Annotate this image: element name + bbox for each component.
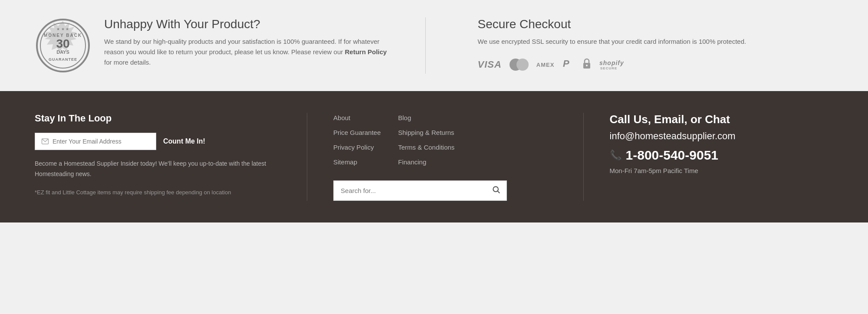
- envelope-icon: [41, 137, 49, 145]
- footer-nav: About Price Guarantee Privacy Policy Sit…: [333, 113, 557, 167]
- svg-text:shopify: shopify: [599, 59, 624, 66]
- amex-icon: AMEX: [536, 62, 555, 68]
- lock-icon: [582, 57, 592, 72]
- nav-shipping-returns[interactable]: Shipping & Returns: [398, 128, 454, 138]
- phone-row: 📞 1-800-540-9051: [610, 148, 833, 163]
- insider-description: Become a Homestead Supplier Insider toda…: [35, 159, 281, 180]
- phone-number: 1-800-540-9051: [626, 148, 719, 163]
- paypal-icon: P: [562, 57, 574, 72]
- svg-point-13: [493, 186, 498, 192]
- nav-terms-conditions[interactable]: Terms & Conditions: [398, 142, 454, 153]
- contact-email[interactable]: info@homesteadsupplier.com: [610, 131, 833, 142]
- return-policy-link[interactable]: Return Policy: [345, 48, 387, 56]
- guarantee-title: Unhappy With Your Product?: [104, 17, 391, 31]
- nav-col-right: Blog Shipping & Returns Terms & Conditio…: [398, 113, 454, 167]
- nav-about[interactable]: About: [333, 113, 381, 123]
- guarantee-description: We stand by our high-quality products an…: [104, 36, 391, 68]
- footer: Stay In The Loop Count Me In! Become a H…: [0, 91, 868, 222]
- secure-checkout-title: Secure Checkout: [478, 17, 834, 31]
- nav-sitemap[interactable]: Sitemap: [333, 157, 381, 167]
- svg-text:SECURE: SECURE: [600, 66, 617, 70]
- svg-text:30: 30: [56, 37, 69, 50]
- contact-title: Call Us, Email, or Chat: [610, 113, 833, 126]
- nav-privacy-policy[interactable]: Privacy Policy: [333, 142, 381, 153]
- svg-text:★ ★ ★: ★ ★ ★: [56, 27, 69, 31]
- business-hours: Mon-Fri 7am-5pm Pacific Time: [610, 167, 833, 174]
- svg-point-9: [586, 65, 588, 66]
- svg-text:P: P: [563, 58, 569, 69]
- top-section: MONEY BACK 30 DAYS GUARANTEE ★ ★ ★ Unhap…: [0, 0, 868, 91]
- guarantee-text: Unhappy With Your Product? We stand by o…: [104, 17, 391, 68]
- search-icon: [492, 185, 500, 194]
- visa-icon: VISA: [478, 59, 502, 70]
- payment-icons: VISA AMEX P shopify SECURE: [478, 57, 834, 72]
- search-input[interactable]: [334, 183, 486, 199]
- svg-line-14: [498, 191, 500, 193]
- contact-section: Call Us, Email, or Chat info@homesteadsu…: [584, 113, 833, 201]
- search-bar[interactable]: [333, 180, 507, 201]
- search-button[interactable]: [486, 181, 506, 200]
- svg-text:GUARANTEE: GUARANTEE: [49, 57, 77, 62]
- nav-financing[interactable]: Financing: [398, 157, 454, 167]
- email-signup-row: Count Me In!: [35, 133, 281, 150]
- nav-links-section: About Price Guarantee Privacy Policy Sit…: [307, 113, 583, 201]
- nav-blog[interactable]: Blog: [398, 113, 454, 123]
- nav-col-left: About Price Guarantee Privacy Policy Sit…: [333, 113, 381, 167]
- nav-price-guarantee[interactable]: Price Guarantee: [333, 128, 381, 138]
- guarantee-badge: MONEY BACK 30 DAYS GUARANTEE ★ ★ ★: [35, 17, 91, 74]
- mastercard-icon: [510, 59, 529, 71]
- newsletter-section: Stay In The Loop Count Me In! Become a H…: [35, 113, 307, 201]
- secure-checkout-section: Secure Checkout We use encrypted SSL sec…: [452, 17, 834, 74]
- shopify-secure-icon: shopify SECURE: [599, 58, 634, 72]
- newsletter-title: Stay In The Loop: [35, 113, 281, 124]
- guarantee-section: MONEY BACK 30 DAYS GUARANTEE ★ ★ ★ Unhap…: [35, 17, 426, 74]
- shipping-note: *EZ fit and Little Cottage items may req…: [35, 188, 281, 197]
- phone-icon: 📞: [610, 150, 621, 161]
- email-input[interactable]: [53, 138, 150, 145]
- svg-text:DAYS: DAYS: [56, 49, 69, 55]
- email-input-wrapper[interactable]: [35, 133, 156, 150]
- count-me-in-button[interactable]: Count Me In!: [156, 133, 212, 150]
- secure-checkout-description: We use encrypted SSL security to ensure …: [478, 36, 834, 47]
